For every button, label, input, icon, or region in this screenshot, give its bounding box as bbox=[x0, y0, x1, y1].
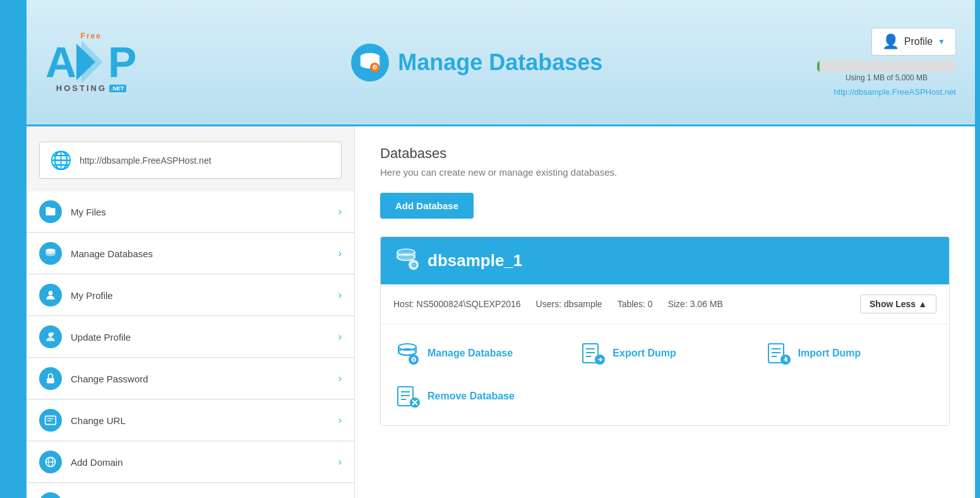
svg-text:⚙: ⚙ bbox=[410, 356, 417, 363]
db-nav-icon-svg bbox=[44, 247, 57, 260]
files-icon bbox=[39, 200, 62, 223]
profile-nav-svg bbox=[44, 289, 57, 301]
db-size: Size: 3.06 MB bbox=[668, 299, 723, 309]
profile-label: Profile bbox=[904, 36, 933, 47]
remove-database-action[interactable]: Remove Database bbox=[393, 382, 515, 410]
chevron-up-icon: ▲ bbox=[918, 299, 927, 309]
url-icon bbox=[39, 409, 62, 432]
header-center: ⚙ Manage Databases bbox=[351, 44, 602, 82]
url-svg bbox=[44, 414, 57, 427]
export-dump-label: Export Dump bbox=[612, 348, 676, 359]
sidebar-item-label-manage-databases: Manage Databases bbox=[71, 248, 338, 259]
main-layout: 🌐 http://dbsample.FreeASPHost.net My Fil… bbox=[27, 126, 975, 498]
sidebar-item-label-change-url: Change URL bbox=[71, 415, 338, 426]
db-card-header: ⚙ dbsample_1 bbox=[381, 237, 949, 284]
storage-url: http://dbsample.FreeASPHost.net bbox=[834, 87, 956, 97]
db-tables: Tables: 0 bbox=[618, 299, 653, 309]
svg-text:⚙: ⚙ bbox=[411, 262, 417, 269]
db-card-header-icon: ⚙ bbox=[393, 246, 419, 276]
import-svg bbox=[765, 341, 791, 366]
logo-p: P bbox=[108, 40, 136, 83]
database-icon-svg: ⚙ bbox=[358, 51, 382, 75]
manage-database-action[interactable]: ⚙ Manage Database bbox=[393, 339, 566, 367]
chevron-right-icon-6: › bbox=[338, 415, 342, 426]
sidebar: 🌐 http://dbsample.FreeASPHost.net My Fil… bbox=[27, 126, 355, 498]
storage-bar-fill bbox=[817, 61, 820, 72]
files-icon-svg bbox=[44, 205, 57, 218]
logo: Free A P HOSTING .NET bbox=[45, 32, 136, 93]
export-dump-action[interactable]: Export Dump bbox=[578, 339, 751, 367]
db-card: ⚙ dbsample_1 Host: NS5000824\SQLEXP2016 … bbox=[380, 236, 950, 426]
sidebar-item-manage-databases[interactable]: Manage Databases › bbox=[27, 233, 354, 274]
sidebar-item-change-password[interactable]: Change Password › bbox=[27, 358, 354, 399]
db-card-icon-svg: ⚙ bbox=[393, 246, 419, 271]
manage-database-label: Manage Database bbox=[427, 348, 513, 359]
header: Free A P HOSTING .NET bbox=[27, 0, 975, 126]
sidebar-item-change-url[interactable]: Change URL › bbox=[27, 400, 354, 441]
section-title: Databases bbox=[380, 145, 950, 162]
sidebar-url: http://dbsample.FreeASPHost.net bbox=[80, 155, 212, 166]
sidebar-item-account-cancellation[interactable]: Account Cancellation › bbox=[27, 483, 354, 498]
db-nav-icon bbox=[39, 242, 62, 265]
export-icon bbox=[578, 339, 606, 367]
remove-db-svg bbox=[395, 384, 420, 409]
show-less-label: Show Less bbox=[869, 299, 916, 309]
export-svg bbox=[580, 341, 605, 366]
chevron-right-icon-7: › bbox=[338, 456, 342, 468]
chevron-right-icon-3: › bbox=[338, 289, 342, 301]
logo-a: A bbox=[45, 40, 76, 83]
sidebar-item-label-add-domain: Add Domain bbox=[71, 457, 338, 468]
header-right: 👤 Profile ▼ Using 1 MB of 5,000 MB http:… bbox=[817, 28, 956, 97]
sidebar-item-my-files[interactable]: My Files › bbox=[27, 191, 354, 233]
domain-icon bbox=[39, 451, 62, 473]
import-dump-label: Import Dump bbox=[798, 348, 861, 359]
add-database-button[interactable]: Add Database bbox=[380, 193, 474, 219]
chevron-down-icon: ▼ bbox=[938, 37, 945, 46]
svg-point-21 bbox=[397, 254, 415, 260]
manage-db-icon: ⚙ bbox=[393, 339, 421, 367]
svg-point-9 bbox=[49, 332, 53, 337]
chevron-right-icon-5: › bbox=[338, 373, 342, 384]
logo-arrow bbox=[76, 40, 108, 83]
show-less-button[interactable]: Show Less ▲ bbox=[860, 295, 936, 313]
globe-icon: 🌐 bbox=[50, 150, 72, 171]
chevron-right-icon: › bbox=[338, 206, 342, 217]
logo-arrow-svg bbox=[76, 40, 108, 83]
content-area: Databases Here you can create new or man… bbox=[355, 126, 975, 498]
storage-bar-container: Using 1 MB of 5,000 MB bbox=[817, 61, 956, 82]
logo-free: Free bbox=[81, 32, 102, 40]
domain-svg bbox=[44, 456, 57, 468]
remove-db-icon bbox=[393, 382, 421, 410]
profile-button[interactable]: 👤 Profile ▼ bbox=[871, 28, 956, 56]
db-card-meta: Host: NS5000824\SQLEXP2016 Users: dbsamp… bbox=[381, 284, 949, 324]
sidebar-item-label-my-profile: My Profile bbox=[71, 290, 338, 301]
lock-svg bbox=[44, 372, 57, 385]
lock-icon bbox=[39, 367, 62, 390]
manage-db-svg: ⚙ bbox=[395, 341, 420, 366]
logo-net: .NET bbox=[109, 85, 126, 92]
sidebar-item-my-profile[interactable]: My Profile › bbox=[27, 275, 354, 316]
db-card-actions: ⚙ Manage Database bbox=[381, 324, 949, 382]
profile-icon: 👤 bbox=[882, 33, 899, 50]
svg-rect-11 bbox=[45, 416, 56, 424]
sidebar-item-add-domain[interactable]: Add Domain › bbox=[27, 442, 354, 483]
logo-hosting-line: HOSTING .NET bbox=[56, 83, 126, 93]
sidebar-item-label-change-password: Change Password bbox=[71, 373, 338, 384]
remove-database-label: Remove Database bbox=[427, 391, 515, 402]
chevron-right-icon-4: › bbox=[338, 331, 342, 343]
svg-text:⚙: ⚙ bbox=[372, 64, 378, 71]
sidebar-item-label-my-files: My Files bbox=[71, 207, 338, 217]
profile-nav-icon bbox=[39, 284, 62, 307]
chevron-right-icon-2: › bbox=[338, 248, 342, 259]
svg-point-8 bbox=[49, 291, 53, 295]
import-dump-action[interactable]: Import Dump bbox=[764, 339, 936, 367]
import-icon bbox=[764, 339, 792, 367]
db-card-actions-row2: Remove Database bbox=[381, 382, 949, 425]
storage-bar-bg bbox=[817, 61, 956, 72]
sidebar-item-update-profile[interactable]: Update Profile › bbox=[27, 317, 354, 358]
right-accent-bar bbox=[975, 0, 980, 498]
update-profile-svg bbox=[44, 331, 57, 343]
logo-hosting: HOSTING bbox=[56, 83, 107, 93]
db-host: Host: NS5000824\SQLEXP2016 bbox=[393, 299, 521, 309]
update-profile-icon bbox=[39, 325, 62, 348]
